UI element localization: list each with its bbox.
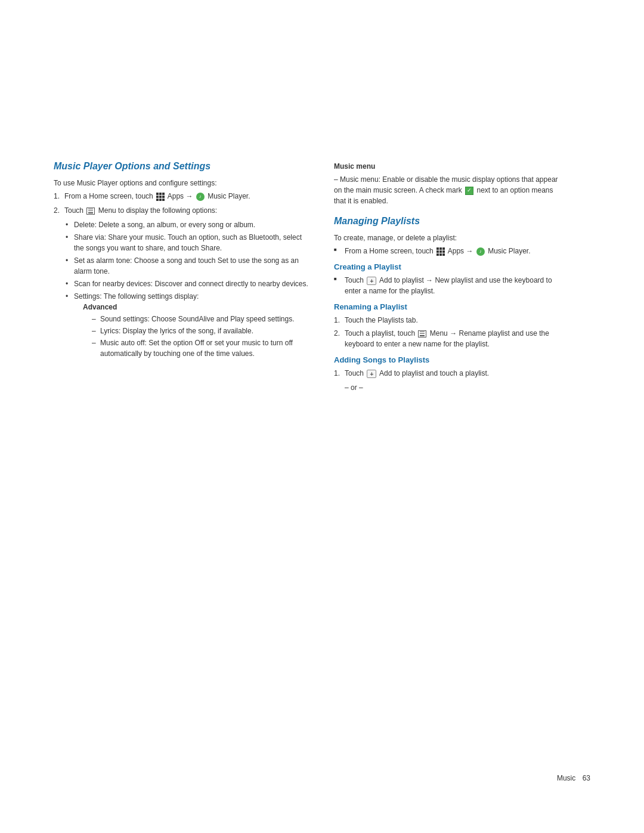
renaming-steps-list: 1. Touch the Playlists tab. 2. Touch a p… [334, 315, 566, 349]
menu-icon-1 [86, 208, 95, 215]
section-title-music-player: Music Player Options and Settings [54, 161, 310, 172]
left-column: Music Player Options and Settings To use… [54, 161, 310, 401]
arrow-3: → [426, 276, 435, 284]
bullet-settings: Settings: The following settings display… [66, 291, 310, 359]
renaming-playlist-title: Renaming a Playlist [334, 302, 566, 311]
footer-page-number: 63 [583, 774, 590, 782]
arrow-4: → [450, 329, 459, 337]
or-label: – or – [345, 382, 566, 393]
renaming-step-2: 2. Touch a playlist, touch Menu → Rename… [334, 328, 566, 349]
music-menu-desc: – Music menu: Enable or disable the musi… [334, 174, 566, 206]
step-2-text: Touch Menu to display the following opti… [64, 206, 217, 215]
creating-playlist-list: Touch Add to playlist → New playlist and… [334, 275, 566, 296]
footer-music-label: Music [557, 774, 575, 782]
step-1-text: From a Home screen, touch Apps → Music P… [64, 192, 250, 200]
bullet-share: Share via: Share your music. Touch an op… [66, 232, 310, 253]
left-intro-text: To use Music Player options and configur… [54, 178, 310, 188]
adding-songs-list: 1. Touch Add to playlist and touch a pla… [334, 368, 566, 379]
page: Music Player Options and Settings To use… [0, 0, 644, 833]
renaming-step-1: 1. Touch the Playlists tab. [334, 315, 566, 326]
music-menu-note: Music menu – Music menu: Enable or disab… [334, 161, 566, 206]
music-player-icon-1 [196, 193, 205, 201]
add-playlist-icon-1 [367, 277, 376, 285]
dash-auto-off: Music auto off: Set the option Off or se… [92, 337, 310, 359]
adding-songs-title: Adding Songs to Playlists [334, 355, 566, 364]
bullet-alarm: Set as alarm tone: Choose a song and tou… [66, 255, 310, 277]
creating-playlist-title: Creating a Playlist [334, 262, 566, 271]
managing-playlists-section: Managing Playlists To create, manage, or… [334, 216, 566, 393]
checkmark-icon [465, 187, 473, 195]
apps-icon-1 [156, 193, 165, 201]
step-1-num: 1. [54, 191, 60, 202]
apps-icon-2 [436, 247, 445, 256]
dash-items-list: Sound settings: Choose SoundAlive and Pl… [92, 314, 310, 359]
step-1: 1. From a Home screen, touch Apps → [54, 191, 310, 202]
step-2: 2. Touch Menu to display the following o… [54, 205, 310, 216]
main-steps-list: 1. From a Home screen, touch Apps → [54, 191, 310, 216]
bullet-delete: Delete: Delete a song, an album, or ever… [66, 219, 310, 230]
music-menu-label: Music menu [334, 161, 566, 172]
dash-sound: Sound settings: Choose SoundAlive and Pl… [92, 314, 310, 324]
music-player-icon-2 [476, 247, 485, 256]
section-title-managing: Managing Playlists [334, 216, 566, 227]
creating-step-1: Touch Add to playlist → New playlist and… [334, 275, 566, 296]
managing-intro: To create, manage, or delete a playlist: [334, 233, 566, 243]
menu-icon-2 [418, 330, 426, 337]
advanced-label: Advanced [83, 302, 310, 312]
dash-lyrics: Lyrics: Display the lyrics of the song, … [92, 326, 310, 336]
adding-step-1: 1. Touch Add to playlist and touch a pla… [334, 368, 566, 379]
managing-step-1: From a Home screen, touch Apps → Music P… [334, 246, 566, 256]
arrow-2: → [466, 247, 475, 255]
right-column: Music menu – Music menu: Enable or disab… [334, 161, 566, 401]
music-player-options-section: Music Player Options and Settings To use… [54, 161, 310, 359]
managing-bullet-list: From a Home screen, touch Apps → Music P… [334, 246, 566, 256]
add-playlist-icon-2 [367, 370, 376, 378]
page-footer: Music 63 [557, 774, 590, 782]
bullet-scan: Scan for nearby devices: Discover and co… [66, 278, 310, 289]
content-area: Music Player Options and Settings To use… [54, 161, 590, 401]
options-bullet-list: Delete: Delete a song, an album, or ever… [66, 219, 310, 359]
step-2-num: 2. [54, 205, 60, 216]
arrow-1: → [185, 192, 194, 200]
